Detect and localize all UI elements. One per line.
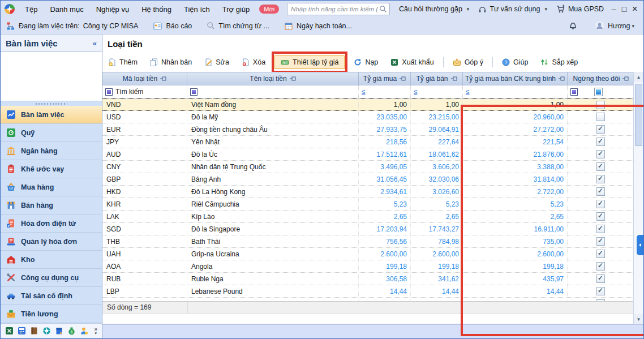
edit-button[interactable]: Sửa [201,56,233,68]
sidebar-item-tien-luong[interactable]: Tiền lương [1,305,102,323]
column-header-sell-rate[interactable]: Tỷ giá bán [411,72,463,85]
table-row[interactable]: JPY Yên Nhật 218,56 227,64 221,54 [102,136,634,148]
table-row[interactable]: EUR Đồng tiền chung châu Âu 27.933,75 29… [102,123,634,136]
search-icon[interactable] [379,5,387,13]
table-row[interactable]: KHR Riêl Cămpuchia 5,23 5,23 5,23 [102,198,634,211]
pin-icon[interactable] [622,76,629,81]
menu-danh-muc[interactable]: Danh mục [44,5,89,14]
calculator-icon[interactable] [18,327,26,335]
user-menu[interactable]: Hương ▾ [595,21,634,31]
stop-tracking-checkbox[interactable] [596,274,605,283]
scroll-down-icon[interactable]: ▼ [634,314,643,324]
add-button[interactable]: Thêm [105,56,141,68]
stop-tracking-checkbox[interactable] [596,162,605,171]
help-button[interactable]: ? Giúp [499,56,531,68]
stop-tracking-checkbox[interactable] [596,287,605,295]
menu-he-thong[interactable]: Hệ thống [135,5,178,14]
sidebar-item-ban-lam-viec[interactable]: Bàn làm việc [1,106,102,124]
find-voucher-button[interactable]: Tìm chứng từ ... [207,22,269,30]
sidebar-item-quy[interactable]: Quỹ [1,124,102,142]
stop-tracking-checkbox[interactable] [596,262,605,271]
delete-button[interactable]: Xóa [238,56,269,68]
table-row[interactable]: VND Việt Nam đồng 1,00 1,00 1,00 [102,98,634,111]
column-header-avg-rate[interactable]: Tỷ giá mua bán CK trung bình [463,72,568,85]
stop-tracking-checkbox[interactable] [596,138,605,146]
reload-button[interactable]: Nạp [350,56,381,68]
faq-button[interactable]: Câu hỏi thường gặp ▾ [394,5,474,13]
menu-tep[interactable]: Tệp [19,5,44,14]
excel-icon[interactable] [5,327,14,335]
table-row[interactable]: GBP Bảng Anh 31.056,45 32.030,06 31.814,… [102,173,634,186]
sidebar-item-mua-hang[interactable]: Mua hàng [1,178,102,196]
working-on-selector[interactable]: Đang làm việc trên: Công ty CP MISA [6,22,138,31]
more-icons-button[interactable]: » ▾ [94,327,97,335]
feature-search-input[interactable] [290,5,379,13]
table-row[interactable]: THB Bath Thái 756,56 784,98 735,00 [102,235,634,248]
column-header-code[interactable]: Mã loại tiền [102,72,187,85]
export-button[interactable]: Xuất khẩu [387,56,437,68]
horizontal-scrollbar[interactable] [102,314,634,324]
lte-operator[interactable]: ≤ [362,88,366,96]
user-coin-icon[interactable] [80,327,88,335]
table-row[interactable]: RUB Ruble Nga 306,58 341,62 435,97 [102,273,634,285]
ledger-book-icon[interactable] [30,327,38,335]
stop-tracking-checkbox[interactable] [596,200,605,208]
stop-tracking-checkbox[interactable] [596,187,605,196]
table-row[interactable]: CNY Nhân dân tệ Trung Quốc 3.496,05 3.60… [102,161,634,173]
scroll-up-icon[interactable]: ▲ [634,72,643,82]
sidebar-item-kho[interactable]: Kho [1,251,102,269]
filter-icon[interactable] [570,88,578,96]
sidebar-item-cong-cu-dung-cu[interactable]: Công cụ dụng cụ [1,269,102,287]
table-row[interactable]: LAK Kíp Lào 2,65 2,65 2,65 [102,211,634,223]
sort-button[interactable]: Sắp xếp [537,56,581,68]
posting-date-button[interactable]: Ngày hạch toán... [284,22,352,31]
stop-tracking-checkbox[interactable] [596,250,605,258]
menu-nghiep-vu[interactable]: Nghiệp vụ [90,5,136,14]
column-header-stop-tracking[interactable]: Ngừng theo dõi [568,72,634,85]
sidebar-item-khe-uoc-vay[interactable]: Khế ước vay [1,160,102,178]
vertical-scrollbar[interactable]: ▲ ▼ [633,72,643,324]
filter-icon[interactable] [105,88,113,96]
stop-tracking-checkbox[interactable] [596,175,605,183]
collapse-panel-tab[interactable] [637,235,643,255]
set-exchange-rate-button[interactable]: $ Thiết lập tỷ giá [274,55,345,69]
table-row[interactable]: UAH Grip-na Ucraina 2.600,00 2.600,00 2.… [102,248,634,260]
table-row[interactable]: LBP Lebanese Pound 14,44 14,44 14,44 [102,285,634,298]
pin-icon[interactable] [160,76,166,81]
table-row[interactable]: AUD Đô la Úc 17.512,61 18.061,62 21.876,… [102,148,634,161]
stop-tracking-checkbox[interactable] [596,150,605,158]
menu-tien-ich[interactable]: Tiện ích [178,5,216,14]
sidebar-item-tai-san-co-dinh[interactable]: Tài sản cố định [1,287,102,305]
sidebar-splitter[interactable] [1,101,102,106]
duplicate-button[interactable]: Nhân bản [147,56,195,68]
sidebar-collapse-icon[interactable]: « [93,39,97,48]
column-header-name[interactable]: Tên loại tiền [187,72,359,85]
search-filter-label[interactable]: Tìm kiếm [115,88,143,96]
sidebar-item-hoa-don-dien-tu[interactable]: Hóa đơn điện tử [1,214,102,233]
filter-checkbox[interactable] [594,88,603,96]
pin-icon[interactable] [400,76,406,81]
buy-gpsd-button[interactable]: Mua GPSD [552,5,608,14]
table-row[interactable]: SGD Đô la Singapore 17.203,94 17.743,27 … [102,223,634,235]
filter-icon[interactable] [190,88,198,96]
stop-tracking-checkbox[interactable] [596,237,605,246]
stop-tracking-checkbox[interactable] [596,113,605,121]
table-row[interactable]: HKD Đô La Hồng Kong 2.934,61 3.026,60 2.… [102,186,634,198]
scrollbar-thumb[interactable] [635,84,642,146]
sidebar-item-ban-hang[interactable]: Bán hàng [1,196,102,214]
pin-icon[interactable] [559,76,565,81]
report-button[interactable]: Báo cáo [153,22,192,31]
table-row[interactable]: USD Đô la Mỹ 23.035,00 23.215,00 20.960,… [102,111,634,123]
support-button[interactable]: Tư vấn sử dụng ▾ [474,5,552,14]
menu-tro-giup[interactable]: Trợ giúp [216,5,256,14]
stop-tracking-checkbox[interactable] [596,225,605,233]
stop-tracking-checkbox[interactable] [596,101,605,109]
archive-box-icon[interactable] [55,327,63,335]
table-row[interactable]: AOA Angola 199,18 199,18 199,18 [102,260,634,273]
minimize-button[interactable]: – [608,2,619,16]
lte-operator[interactable]: ≤ [414,88,418,96]
lte-operator[interactable]: ≤ [466,88,470,96]
column-header-buy-rate[interactable]: Tỷ giá mua [359,72,411,85]
money-bag-icon[interactable]: $ [67,327,76,335]
maximize-button[interactable]: □ [619,2,630,16]
